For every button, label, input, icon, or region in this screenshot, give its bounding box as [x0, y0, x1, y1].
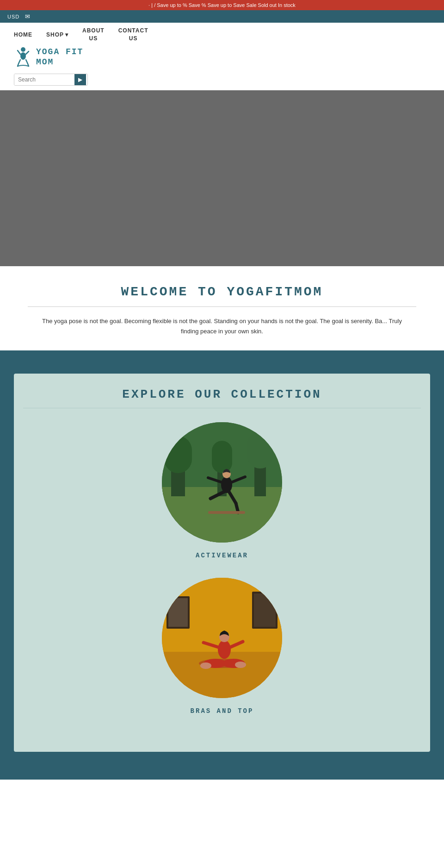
nav-shop[interactable]: SHOP ▾ — [46, 31, 68, 38]
svg-point-12 — [221, 476, 232, 493]
collection-title: EXPLORE OUR COLLECTION — [23, 387, 421, 401]
email-icon[interactable]: ✉ — [25, 13, 30, 20]
svg-point-34 — [235, 662, 246, 668]
announcement-bar: · | / Save up to % Save % Save up to Sav… — [0, 0, 444, 10]
nav-contact-label1: CONTACT — [118, 27, 148, 34]
logo-text[interactable]: YOGA FIT MOM — [36, 47, 83, 67]
logo-line2: MOM — [36, 57, 83, 68]
svg-line-3 — [26, 51, 29, 54]
collection-item-bras[interactable]: BRAS AND TOP — [23, 578, 421, 715]
search-icon: ▶ — [78, 76, 82, 83]
svg-point-1 — [20, 52, 26, 60]
main-header: HOME SHOP ▾ ABOUT US CONTACT US — [0, 23, 444, 90]
announcement-text: · | / Save up to % Save % Save up to Sav… — [148, 2, 296, 8]
collection-inner: EXPLORE OUR COLLECTION — [14, 374, 430, 752]
main-nav: HOME SHOP ▾ ABOUT US CONTACT US — [14, 27, 148, 42]
welcome-divider — [28, 306, 416, 307]
bras-label: BRAS AND TOP — [23, 707, 421, 715]
collection-section: EXPLORE OUR COLLECTION — [0, 350, 444, 780]
collection-item-activewear[interactable]: ACTIVEWEAR — [23, 422, 421, 559]
welcome-section: WELCOME TO YOGAFITMOM The yoga pose is n… — [0, 266, 444, 350]
search-input[interactable] — [14, 74, 74, 85]
currency-label[interactable]: USD — [7, 14, 19, 19]
activewear-label: ACTIVEWEAR — [23, 552, 421, 559]
svg-point-27 — [218, 640, 231, 659]
activewear-svg — [162, 422, 282, 543]
logo-line1: YOGA FIT — [36, 47, 83, 57]
search-button[interactable]: ▶ — [74, 74, 86, 85]
nav-contact-label2: US — [129, 35, 138, 42]
svg-rect-23 — [168, 598, 188, 627]
nav-about-label2: US — [89, 35, 98, 42]
svg-point-0 — [21, 47, 25, 52]
shop-dropdown-icon: ▾ — [65, 31, 68, 38]
nav-home-label: HOME — [14, 31, 32, 38]
welcome-text: The yoga pose is not the goal. Becoming … — [37, 316, 407, 337]
secondary-bar: USD ✉ — [0, 10, 444, 23]
bras-svg — [162, 578, 282, 698]
welcome-title: WELCOME TO YOGAFITMOM — [28, 285, 416, 299]
nav-contact[interactable]: CONTACT US — [118, 27, 148, 42]
svg-rect-19 — [208, 511, 245, 514]
svg-rect-9 — [247, 431, 273, 468]
search-container: ▶ — [14, 74, 88, 86]
svg-point-33 — [200, 662, 211, 669]
nav-about[interactable]: ABOUT US — [82, 27, 105, 42]
svg-rect-7 — [164, 436, 192, 473]
svg-line-2 — [18, 50, 20, 54]
nav-shop-label: SHOP — [46, 31, 64, 38]
logo-area[interactable]: YOGA FIT MOM — [14, 46, 83, 69]
bras-image — [162, 578, 282, 698]
svg-rect-25 — [254, 593, 276, 627]
logo-icon — [14, 46, 32, 69]
svg-rect-11 — [212, 441, 232, 473]
collection-divider — [23, 408, 421, 408]
nav-about-label1: ABOUT — [82, 27, 105, 34]
hero-image — [0, 90, 444, 266]
nav-home[interactable]: HOME — [14, 31, 32, 38]
activewear-image — [162, 422, 282, 543]
